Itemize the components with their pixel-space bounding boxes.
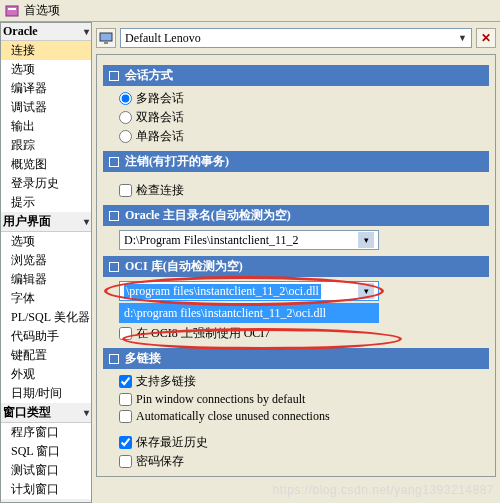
save-password-checkbox[interactable] [119,455,132,468]
sidebar-item[interactable]: 选项 [1,232,91,251]
section-oracle-home: Oracle 主目录名(自动检测为空) [103,205,489,226]
radio-single-session[interactable] [119,130,132,143]
window-title: 首选项 [24,2,60,19]
sidebar-item[interactable]: 外观 [1,365,91,384]
svg-rect-3 [104,42,108,44]
chevron-down-icon: ▾ [84,216,89,227]
sidebar-item[interactable]: PL/SQL 美化器 [1,308,91,327]
checkbox-row[interactable]: 密码保存 [119,453,489,470]
sidebar-cat-oracle[interactable]: Oracle▾ [1,23,91,41]
watermark: https://blog.csdn.net/yang1393214887 [273,483,495,497]
sidebar-tree[interactable]: Oracle▾ 连接 选项 编译器 调试器 输出 跟踪 概览图 登录历史 提示 … [0,22,92,503]
svg-rect-1 [8,8,16,10]
profile-value: Default Lenovo [125,31,201,46]
sidebar-item[interactable]: 登录历史 [1,174,91,193]
oracle-home-combo[interactable]: D:\Program Files\instantclient_11_2▾ [119,230,379,250]
support-multi-checkbox[interactable] [119,375,132,388]
save-history-checkbox[interactable] [119,436,132,449]
checkbox-row[interactable]: 检查连接 [119,182,489,199]
checkbox-row[interactable]: Pin window connections by default [119,392,489,407]
checkbox-row[interactable]: 在 OCI8 上强制使用 OCI7 [119,325,489,342]
monitor-icon [99,31,113,45]
sidebar-item[interactable]: 跟踪 [1,136,91,155]
sidebar-cat-ui[interactable]: 用户界面▾ [1,212,91,232]
radio-row[interactable]: 单路会话 [119,128,489,145]
chevron-down-icon: ▾ [84,407,89,418]
radio-row[interactable]: 多路会话 [119,90,489,107]
sidebar-item[interactable]: 键配置 [1,346,91,365]
sidebar-item[interactable]: 测试窗口 [1,461,91,480]
sidebar-item[interactable]: 调试器 [1,98,91,117]
svg-rect-0 [6,6,18,16]
sidebar-item[interactable]: 浏览器 [1,251,91,270]
check-connection-checkbox[interactable] [119,184,132,197]
sidebar-item[interactable]: 输出 [1,117,91,136]
sidebar-cat-tools[interactable]: 工具▾ [1,499,91,503]
sidebar-item[interactable]: 计划窗口 [1,480,91,499]
auto-close-checkbox[interactable] [119,410,132,423]
section-multi-conn: 多链接 [103,348,489,369]
profile-button[interactable] [96,28,116,48]
delete-profile-button[interactable]: ✕ [476,28,496,48]
sidebar-item[interactable]: 代码助手 [1,327,91,346]
section-oci: OCI 库(自动检测为空) [103,256,489,277]
oci-dropdown-option[interactable]: d:\program files\instantclient_11_2\oci.… [119,303,379,323]
checkbox-row[interactable]: 支持多链接 [119,373,489,390]
section-session: 会话方式 [103,65,489,86]
x-icon: ✕ [481,31,491,46]
sidebar-item[interactable]: 概览图 [1,155,91,174]
chevron-down-icon: ▾ [84,26,89,37]
profile-select[interactable]: Default Lenovo ▼ [120,28,472,48]
app-icon [4,3,20,19]
sidebar-item[interactable]: 程序窗口 [1,423,91,442]
sidebar-item[interactable]: 编译器 [1,79,91,98]
checkbox-row[interactable]: Automatically close unused connections [119,409,489,424]
sidebar-item-connection[interactable]: 连接 [1,41,91,60]
sidebar-item[interactable]: SQL 窗口 [1,442,91,461]
radio-multi-session[interactable] [119,92,132,105]
checkbox-row[interactable]: 保存最近历史 [119,434,489,451]
chevron-down-icon: ▾ [358,232,374,248]
oci-library-combo[interactable]: \program files\instantclient_11_2\oci.dl… [119,281,379,301]
sidebar-item[interactable]: 提示 [1,193,91,212]
force-oci7-checkbox[interactable] [119,327,132,340]
section-logoff: 注销(有打开的事务) [103,151,489,172]
sidebar-cat-windowtypes[interactable]: 窗口类型▾ [1,403,91,423]
sidebar-item[interactable]: 编辑器 [1,270,91,289]
radio-row[interactable]: 双路会话 [119,109,489,126]
pin-windows-checkbox[interactable] [119,393,132,406]
radio-dual-session[interactable] [119,111,132,124]
toolbar: Default Lenovo ▼ ✕ [96,26,496,54]
sidebar-item[interactable]: 字体 [1,289,91,308]
chevron-down-icon: ▼ [458,33,467,43]
chevron-down-icon: ▾ [358,283,374,299]
svg-rect-2 [100,33,112,41]
sidebar-item[interactable]: 日期/时间 [1,384,91,403]
sidebar-item[interactable]: 选项 [1,60,91,79]
titlebar: 首选项 [0,0,500,22]
